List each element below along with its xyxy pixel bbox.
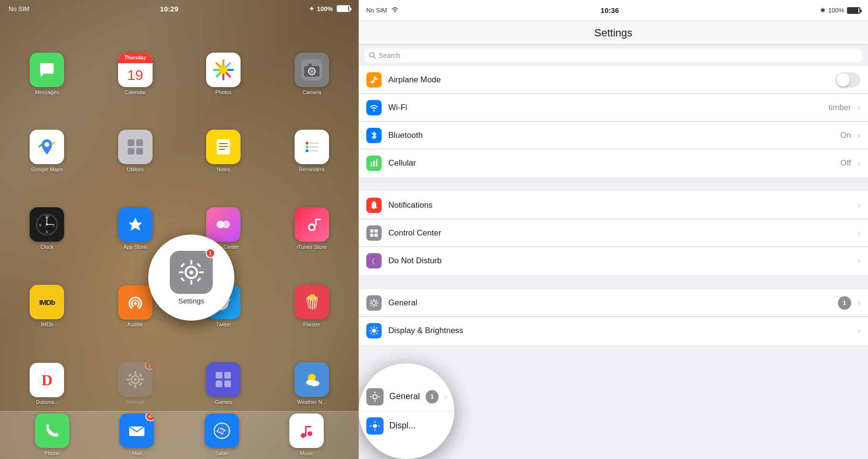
donotdisturb-row[interactable]: Do Not Disturb › <box>359 247 868 275</box>
settings-page-title: Settings <box>594 27 633 39</box>
notification-section: Notifications › Control Center › <box>359 191 868 275</box>
settings-zoom-icon: 1 <box>170 251 213 294</box>
settings-title-bar: Settings <box>359 21 868 45</box>
imdb-icon: IMDb <box>30 285 64 319</box>
svg-rect-55 <box>224 381 231 387</box>
app-notes[interactable]: Notes <box>180 100 267 175</box>
svg-rect-94 <box>370 299 372 301</box>
bluetooth-label: Bluetooth <box>388 131 834 140</box>
controlcenter-row[interactable]: Control Center › <box>359 219 868 247</box>
svg-text:9: 9 <box>39 224 41 227</box>
notes-label: Notes <box>217 167 231 173</box>
app-camera[interactable]: Camera <box>269 22 355 98</box>
app-games[interactable]: Games <box>180 332 267 407</box>
svg-point-107 <box>373 394 377 399</box>
svg-rect-68 <box>305 426 311 427</box>
display-chevron: › <box>858 326 860 335</box>
wifi-icon <box>366 100 382 115</box>
itunes-label: iTunes Store <box>297 244 327 250</box>
general-icon <box>366 295 382 311</box>
svg-rect-46 <box>127 379 131 381</box>
dock-mail[interactable]: 47 Mail <box>120 414 154 457</box>
app-googlemaps[interactable]: Google Maps <box>4 100 90 175</box>
general-zoom-display-row: Displ... <box>359 412 454 440</box>
app-photos[interactable]: Photos <box>180 22 267 98</box>
app-grid: Messages Thursday 19 Calendar <box>0 17 359 411</box>
wifi-icon-svg <box>369 103 379 112</box>
svg-point-5 <box>310 69 314 73</box>
settings-icon: 1 <box>118 362 153 397</box>
dubsmash-label: Dubsma... <box>36 400 58 405</box>
wifi-row[interactable]: Wi-Fi timber › <box>359 94 868 122</box>
app-appstore[interactable]: App Store <box>92 177 179 253</box>
app-settings[interactable]: 1 Settings <box>92 332 179 407</box>
display-label: Display & Brightness <box>388 326 851 336</box>
airplane-toggle[interactable] <box>835 72 860 88</box>
dock-safari-label: Safari <box>215 450 229 457</box>
airplane-mode-row[interactable]: Airplane Mode <box>359 66 868 94</box>
airplane-mode-icon <box>366 72 382 88</box>
dock-safari[interactable]: Safari <box>205 414 239 457</box>
bluetooth-icon-svg <box>370 130 378 141</box>
app-messages[interactable]: Messages <box>4 22 90 98</box>
toggle-knob-airplane <box>836 73 850 87</box>
app-weather[interactable]: Weather N... <box>269 332 355 407</box>
svg-rect-93 <box>376 302 378 303</box>
settings-zoom-label: Settings <box>178 297 204 305</box>
audible-icon <box>118 285 153 320</box>
phone-icon <box>35 414 69 448</box>
wifi-value: timber <box>828 103 851 112</box>
app-dubsmash[interactable]: D Dubsma... <box>4 332 90 407</box>
cellular-chevron: › <box>858 159 860 168</box>
bluetooth-value: On <box>840 131 851 140</box>
app-reminders[interactable]: Reminders <box>269 100 355 175</box>
controlcenter-icon-svg <box>369 228 379 238</box>
phone-screen: No SIM 10:29 ✦ 100% Messages <box>0 0 359 459</box>
settings-status-bar: No SIM 10:36 ✱ 100% <box>359 0 868 21</box>
weather-label: Weather N... <box>297 399 327 405</box>
games-label: Games <box>215 399 232 405</box>
gear-icon <box>369 298 379 308</box>
general-zoom-overlay: General 1 › Displ... <box>359 363 454 459</box>
dock-music[interactable]: Music <box>289 414 324 457</box>
utilities-icon <box>118 130 153 164</box>
notifications-row[interactable]: Notifications › <box>359 191 868 219</box>
display-row[interactable]: Display & Brightness › <box>359 317 868 345</box>
flixster-icon: 🍿 <box>295 285 329 319</box>
app-calendar[interactable]: Thursday 19 Calendar <box>92 22 179 98</box>
svg-point-89 <box>372 301 376 305</box>
phone-carrier: No SIM <box>9 5 29 12</box>
cellular-icon <box>366 156 382 171</box>
notifications-icon <box>366 198 382 213</box>
search-input-box[interactable]: Search <box>364 48 862 63</box>
svg-rect-9 <box>136 139 143 146</box>
app-flixster[interactable]: 🍿 Flixster <box>269 254 355 330</box>
clock-icon: 12 3 6 9 <box>30 207 64 242</box>
wifi-chevron: › <box>858 103 860 112</box>
app-imdb[interactable]: IMDb IMDb <box>4 254 90 330</box>
app-itunes[interactable]: iTunes Store <box>269 177 355 253</box>
itunes-icon <box>295 207 329 242</box>
appstore-icon <box>118 207 153 242</box>
svg-rect-72 <box>190 260 192 265</box>
battery-icon-right <box>847 7 860 14</box>
svg-rect-38 <box>315 219 321 220</box>
notes-icon <box>206 130 241 164</box>
messages-label: Messages <box>35 90 59 96</box>
cellular-row[interactable]: Cellular Off › <box>359 149 868 177</box>
app-clock[interactable]: 12 3 6 9 Clock <box>4 177 90 253</box>
gap-2 <box>359 275 868 289</box>
mail-icon: 47 <box>120 414 154 448</box>
general-row[interactable]: General 1 › <box>359 289 868 317</box>
dock-phone[interactable]: Phone <box>35 414 69 457</box>
app-utilities[interactable]: Utilities <box>92 100 179 175</box>
safari-icon <box>205 414 239 448</box>
bluetooth-row[interactable]: Bluetooth On › <box>359 122 868 149</box>
svg-rect-91 <box>374 305 374 307</box>
photos-label: Photos <box>215 90 231 96</box>
svg-rect-83 <box>374 161 375 167</box>
messages-icon <box>30 53 64 87</box>
settings-zoom-overlay: 1 Settings <box>148 235 234 321</box>
svg-rect-74 <box>179 271 184 273</box>
utilities-label: Utilities <box>127 167 143 173</box>
